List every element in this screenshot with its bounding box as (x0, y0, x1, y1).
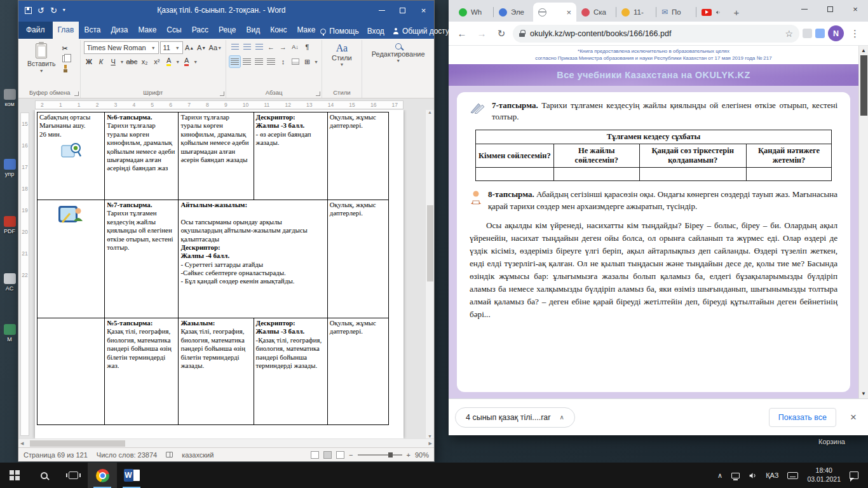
lesson-plan-table[interactable]: Сабақтың ортасы Мағынаны ашу. 26 мин. №6… (37, 112, 389, 425)
scroll-left-icon[interactable]: ◀ (20, 441, 24, 446)
cell-resources[interactable]: Оқулық, жқмыс дәптерлері. (327, 200, 388, 318)
styles-button[interactable]: Аа Стили ▼ (325, 41, 358, 67)
cell-activity-descriptor[interactable]: Айтылым-жазылым: Осы тапсырманы орындау … (179, 200, 327, 318)
lock-icon[interactable] (519, 30, 525, 37)
borders-button[interactable]: ⊞ (302, 56, 313, 67)
tab-layout[interactable]: Маке (133, 22, 161, 39)
show-all-downloads-button[interactable]: Показать все (769, 408, 836, 427)
minimize-button[interactable] (792, 0, 817, 18)
download-item[interactable]: 4 сынып қазақ тілі....rar ∧ (455, 407, 575, 428)
tab-design[interactable]: Диза (105, 22, 133, 39)
format-painter-button[interactable] (62, 65, 69, 72)
justify-button[interactable] (266, 56, 276, 67)
desktop-icon[interactable]: АС (1, 273, 18, 292)
strikethrough-button[interactable]: abc (126, 56, 139, 67)
multilevel-list-button[interactable] (254, 41, 264, 53)
zoom-slider-thumb[interactable] (388, 452, 393, 458)
cell-stage[interactable]: Сабақтың ортасы Мағынаны ашу. 26 мин. (37, 112, 105, 200)
align-center-button[interactable] (241, 56, 252, 67)
cell-task[interactable]: №6-тапсырма. Тарихи тұлғалар туралы көрг… (105, 112, 179, 200)
horizontal-ruler[interactable]: 211234567891011121314151617 (35, 100, 403, 109)
decrease-indent-button[interactable]: ← (266, 41, 276, 53)
shrink-font-button[interactable]: А▼ (196, 42, 207, 53)
clipart-tablet-icon[interactable] (57, 205, 85, 225)
tab-whatsapp[interactable]: Wh (454, 3, 493, 22)
paragraph-dialog-launcher[interactable] (316, 92, 320, 96)
scroll-down-icon[interactable]: ▼ (861, 391, 866, 396)
change-case-button[interactable]: Аа▼ (208, 42, 223, 53)
tab-view[interactable]: Вид (241, 22, 265, 39)
new-tab-button[interactable]: + (728, 4, 745, 20)
tab-file[interactable]: Файл (18, 22, 53, 39)
sort-button[interactable]: А↓ (290, 41, 301, 53)
zoom-slider[interactable] (358, 454, 402, 456)
scroll-right-icon[interactable]: ▶ (429, 441, 432, 446)
italic-button[interactable]: К (96, 56, 107, 67)
back-button[interactable]: ← (454, 25, 470, 42)
network-tray-icon[interactable] (727, 463, 744, 488)
font-color-button[interactable]: А (181, 56, 192, 67)
share-button[interactable]: Общий доступ (393, 27, 454, 36)
cell-stage[interactable] (37, 200, 105, 318)
scrollbar-thumb[interactable] (30, 440, 125, 447)
scroll-up-icon[interactable]: ▲ (428, 110, 432, 114)
tab-table-design[interactable]: Конс (265, 22, 292, 39)
cell-resources[interactable]: Оқулық, жұмыс дәптерлері. (327, 112, 388, 200)
desktop-icon[interactable]: ком (1, 89, 18, 107)
volume-tray-icon[interactable] (744, 463, 761, 488)
task-view-button[interactable] (58, 463, 88, 488)
address-bar[interactable]: okulyk.kz/wp-content/books/166/166.pdf ☆ (513, 25, 799, 43)
chrome-menu-icon[interactable]: ⋮ (847, 28, 863, 39)
close-button[interactable]: × (843, 0, 868, 18)
line-spacing-button[interactable]: ↕ (278, 56, 288, 67)
cell-descriptor[interactable]: Дескриптор: Жалпы -3 балл. -Қазақ тілі, … (254, 318, 327, 425)
web-layout-button[interactable] (336, 451, 344, 459)
sign-in-button[interactable]: Вход (367, 27, 384, 36)
copy-button[interactable] (62, 55, 68, 62)
recycle-bin-label[interactable]: Корзина (818, 438, 845, 445)
vertical-ruler[interactable]: 1516171819202122 (18, 110, 30, 438)
zoom-out-button[interactable]: − (349, 451, 353, 459)
undo-icon[interactable]: ↺ (37, 6, 44, 15)
highlight-button[interactable]: А (163, 56, 174, 67)
scrollbar-thumb[interactable] (860, 55, 867, 116)
profile-avatar[interactable]: N (828, 25, 844, 41)
align-left-button[interactable] (229, 56, 240, 67)
cell-task[interactable]: №5-тапсырма: Қазақ тілі, география, биол… (105, 318, 179, 425)
superscript-button[interactable]: x² (151, 56, 162, 67)
page-indicator[interactable]: Страница 69 из 121 (24, 451, 88, 459)
help-button[interactable]: Помощь (320, 27, 358, 36)
tab-references[interactable]: Ссы (161, 22, 186, 39)
cut-button[interactable]: ✂ (62, 44, 70, 53)
cell-task[interactable]: №7-тапсырма. Тарихи тұлғамен кездесуің ж… (105, 200, 179, 318)
shading-button[interactable] (290, 56, 301, 67)
tab-active-pdf[interactable]: × (533, 3, 576, 22)
taskbar-clock[interactable]: 18:40 03.01.2021 (803, 463, 845, 488)
save-icon[interactable] (25, 7, 32, 14)
language-indicator[interactable]: казахский (182, 451, 214, 459)
pdf-scrollbar[interactable]: ▲ ▼ (858, 46, 868, 398)
touch-keyboard-icon[interactable] (783, 463, 803, 488)
desktop-icon[interactable]: упр (1, 159, 18, 177)
qat-customize-icon[interactable]: ▾ (63, 8, 65, 13)
scroll-down-icon[interactable]: ▼ (428, 434, 432, 438)
taskbar-chrome-button[interactable] (88, 463, 117, 488)
tab-electronic[interactable]: Эле (494, 3, 533, 22)
hidden-icons-button[interactable]: ∧ (713, 463, 727, 488)
clipart-search-icon[interactable] (60, 142, 82, 159)
paste-button[interactable]: Вставить▼ (23, 41, 60, 74)
print-layout-button[interactable] (323, 451, 332, 459)
chrome-tabstrip[interactable]: Wh Эле × Ска 11- ✉ (449, 0, 868, 22)
font-name-select[interactable]: Times New Roman▼ (84, 41, 159, 54)
increase-indent-button[interactable]: → (278, 41, 288, 53)
tab-mailings[interactable]: Расс (187, 22, 214, 39)
cell-resources[interactable]: Оқулық, жұмыс дәптерлері. (327, 318, 388, 425)
download-bar-close-icon[interactable]: × (845, 411, 862, 424)
reload-button[interactable]: ↻ (493, 25, 510, 42)
word-horizontal-scrollbar[interactable]: ◀ ▶ (18, 438, 434, 447)
taskbar-word-button[interactable]: W (117, 463, 146, 488)
align-right-button[interactable] (254, 56, 264, 67)
cell-activity[interactable]: Жазылым: Қазақ тілі, география, биология… (179, 318, 254, 425)
cell-descriptor[interactable]: Дескриптор: Жалпы -3 балл. - өз әсерін б… (254, 112, 327, 200)
forward-button[interactable]: → (473, 25, 490, 42)
